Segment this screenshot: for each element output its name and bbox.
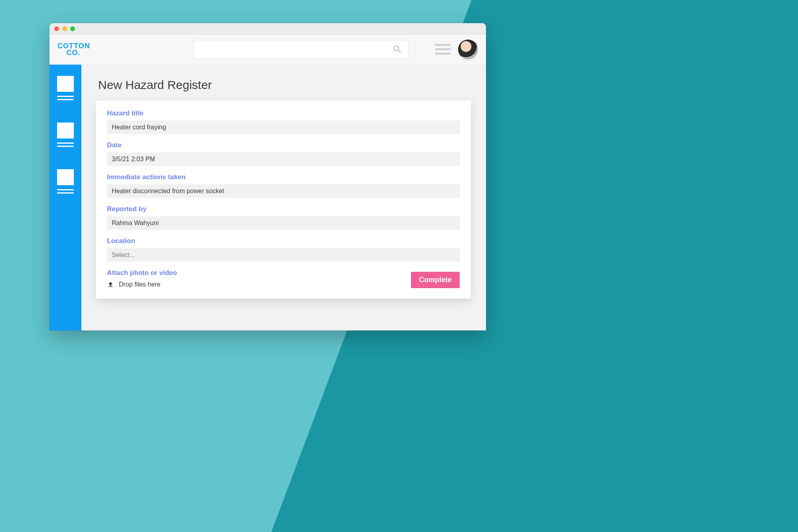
complete-button[interactable]: Complete xyxy=(411,272,460,288)
sidebar-item-2[interactable] xyxy=(57,123,74,147)
field-hazard-title: Hazard title Heater cord fraying xyxy=(107,109,460,134)
app-body: New Hazard Register Hazard title Heater … xyxy=(49,65,486,330)
user-avatar[interactable] xyxy=(458,40,478,59)
label-location: Location xyxy=(107,237,460,245)
field-immediate-actions: Immediate actions taken Heater disconnec… xyxy=(107,173,460,198)
sidebar-thumb-icon xyxy=(57,76,74,92)
sidebar-lines-icon xyxy=(57,142,74,147)
form-card: Hazard title Heater cord fraying Date 3/… xyxy=(96,101,471,299)
brand-logo[interactable]: COTTON CO. xyxy=(57,43,89,55)
brand-line2: CO. xyxy=(66,49,80,57)
main-content: New Hazard Register Hazard title Heater … xyxy=(81,65,486,330)
label-attach: Attach photo or video xyxy=(107,269,177,277)
sidebar-thumb-icon xyxy=(57,169,74,185)
input-date[interactable]: 3/5/21 2:03 PM xyxy=(107,152,460,166)
window-titlebar xyxy=(49,23,486,34)
sidebar xyxy=(49,65,81,330)
drop-text: Drop files here xyxy=(119,281,160,288)
search-icon xyxy=(392,44,403,55)
select-location[interactable]: Select... xyxy=(107,248,460,262)
window-minimize-dot[interactable] xyxy=(62,26,67,31)
sidebar-lines-icon xyxy=(57,189,74,194)
input-reported-by[interactable]: Rahma Wahyuni xyxy=(107,216,460,230)
input-hazard-title[interactable]: Heater cord fraying xyxy=(107,121,460,134)
sidebar-lines-icon xyxy=(57,96,74,100)
field-date: Date 3/5/21 2:03 PM xyxy=(107,141,460,166)
sidebar-thumb-icon xyxy=(57,123,74,138)
sidebar-item-3[interactable] xyxy=(57,169,74,194)
app-header: COTTON CO. xyxy=(49,34,486,65)
input-immediate-actions[interactable]: Heater disconnected from power socket xyxy=(107,184,460,198)
label-reported-by: Reported by xyxy=(107,205,460,213)
window-close-dot[interactable] xyxy=(54,26,59,31)
label-immediate-actions: Immediate actions taken xyxy=(107,173,460,181)
app-window: COTTON CO. New Hazard Re xyxy=(49,23,486,330)
upload-icon xyxy=(107,281,114,288)
window-maximize-dot[interactable] xyxy=(70,26,75,31)
field-reported-by: Reported by Rahma Wahyuni xyxy=(107,205,460,230)
label-hazard-title: Hazard title xyxy=(107,109,460,117)
field-attach: Attach photo or video Drop files here xyxy=(107,269,177,288)
page-title: New Hazard Register xyxy=(98,78,475,92)
label-date: Date xyxy=(107,141,460,149)
field-location: Location Select... xyxy=(107,237,460,262)
menu-button[interactable] xyxy=(435,42,451,57)
search-input[interactable] xyxy=(193,40,409,59)
sidebar-item-1[interactable] xyxy=(57,76,74,100)
drop-zone[interactable]: Drop files here xyxy=(107,281,177,288)
form-actions-row: Attach photo or video Drop files here Co… xyxy=(107,269,460,288)
